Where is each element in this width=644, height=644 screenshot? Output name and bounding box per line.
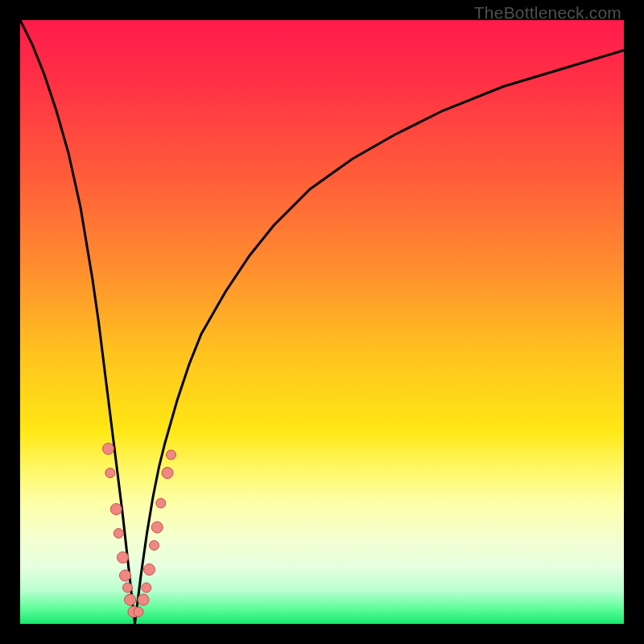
data-marker (114, 529, 123, 539)
chart-frame: TheBottleneck.com (0, 0, 644, 644)
data-marker (105, 469, 115, 478)
data-marker (110, 504, 122, 515)
data-marker (150, 541, 159, 551)
data-marker (151, 522, 163, 533)
plot-area (20, 20, 624, 624)
bottleneck-curve (20, 20, 624, 624)
data-marker (144, 564, 155, 576)
data-marker (162, 468, 173, 479)
data-marker (167, 450, 176, 460)
chart-svg (20, 20, 624, 624)
data-marker (142, 583, 151, 592)
watermark-text: TheBottleneck.com (474, 3, 621, 23)
data-marker (125, 594, 136, 605)
data-marker (156, 498, 166, 508)
data-marker (103, 444, 114, 455)
data-marker (134, 607, 143, 617)
data-marker (120, 570, 131, 581)
data-marker (118, 552, 129, 564)
data-marker (123, 583, 133, 592)
data-marker (138, 594, 149, 605)
